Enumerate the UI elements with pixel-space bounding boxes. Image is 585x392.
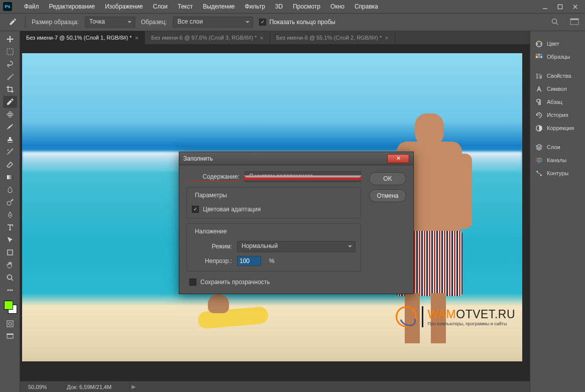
doc-size-status[interactable]: Док: 6,59M/21,4M xyxy=(67,384,111,390)
minimize-button[interactable] xyxy=(538,2,552,12)
menu-text[interactable]: Текст xyxy=(173,1,198,12)
doc-tab-3[interactable]: Без имени-8 @ 55,1% (Слой 2, RGB/8#) *× xyxy=(270,31,395,44)
screenmode-icon[interactable] xyxy=(3,330,17,342)
search-icon[interactable] xyxy=(551,18,559,27)
svg-rect-3 xyxy=(570,19,578,20)
menu-help[interactable]: Справка xyxy=(349,1,383,12)
panel-channels-label: Каналы xyxy=(547,157,566,163)
menu-window[interactable]: Окно xyxy=(325,1,349,12)
menu-filter[interactable]: Фильтр xyxy=(240,1,270,12)
close-icon[interactable]: × xyxy=(260,34,264,42)
history-brush-tool-icon[interactable] xyxy=(3,146,17,158)
swimmer-shape xyxy=(208,294,229,313)
cancel-button[interactable]: Отмена xyxy=(369,189,406,202)
crop-tool-icon[interactable] xyxy=(3,83,17,95)
marquee-tool-icon[interactable] xyxy=(3,46,17,58)
panel-channels[interactable]: Каналы xyxy=(530,154,585,167)
svg-rect-19 xyxy=(7,334,13,335)
menu-select[interactable]: Выделение xyxy=(198,1,240,12)
svg-rect-7 xyxy=(9,111,11,117)
lasso-tool-icon[interactable] xyxy=(3,58,17,70)
zoom-tool-icon[interactable] xyxy=(3,272,17,284)
menu-file[interactable]: Файл xyxy=(19,1,44,12)
panel-color[interactable]: Цвет xyxy=(530,37,585,50)
ok-button[interactable]: OK xyxy=(369,172,406,185)
svg-point-5 xyxy=(7,65,9,66)
svg-rect-28 xyxy=(536,56,538,58)
color-swatches[interactable] xyxy=(3,300,17,314)
dialog-close-button[interactable]: ✕ xyxy=(387,154,409,163)
panel-character[interactable]: Символ xyxy=(530,82,585,95)
doc-tab-1[interactable]: Без имени-7 @ 50,1% (Слой 1, RGB/8#) *× xyxy=(20,31,145,44)
gradient-tool-icon[interactable] xyxy=(3,171,17,183)
panel-properties[interactable]: Свойства xyxy=(530,69,585,82)
sample-layers-dropdown[interactable]: Все слои xyxy=(173,17,253,28)
overlay-fieldset: Наложение Режим: Нормальный Непрозр.: % xyxy=(186,223,361,272)
color-adapt-checkbox[interactable] xyxy=(192,206,199,213)
zoom-status[interactable]: 50,09% xyxy=(28,384,47,390)
watermark-brand-2: OTVET xyxy=(456,308,495,321)
content-dropdown[interactable]: С учетом содержимого xyxy=(245,171,361,182)
doc-tab-1-label: Без имени-7 @ 50,1% (Слой 1, RGB/8#) * xyxy=(26,35,132,41)
stamp-tool-icon[interactable] xyxy=(3,134,17,146)
panel-paths-label: Контуры xyxy=(547,170,568,176)
svg-point-13 xyxy=(7,290,9,291)
healing-tool-icon[interactable] xyxy=(3,108,17,120)
preserve-transparency-checkbox[interactable] xyxy=(189,279,196,286)
panel-adjustments-label: Коррекция xyxy=(547,125,574,131)
svg-point-24 xyxy=(536,43,538,45)
overlay-legend: Наложение xyxy=(193,228,229,235)
menu-view[interactable]: Просмотр xyxy=(288,1,325,12)
tool-preset-icon[interactable] xyxy=(6,16,19,29)
menu-edit[interactable]: Редактирование xyxy=(44,1,100,12)
watermark-brand-3: .RU xyxy=(495,308,515,321)
fill-dialog: Заполнить ✕ Содержание: С учетом содержи… xyxy=(179,152,414,294)
shape-tool-icon[interactable] xyxy=(3,246,17,258)
doc-tab-3-label: Без имени-8 @ 55,1% (Слой 2, RGB/8#) * xyxy=(276,35,382,41)
menu-image[interactable]: Изображение xyxy=(100,1,148,12)
sample-size-dropdown[interactable]: Точка xyxy=(85,17,135,28)
panel-history[interactable]: История xyxy=(530,108,585,121)
opacity-label: Непрозр.: xyxy=(192,257,232,265)
blur-tool-icon[interactable] xyxy=(3,184,17,196)
panel-paragraph[interactable]: Абзац xyxy=(530,95,585,108)
eraser-tool-icon[interactable] xyxy=(3,159,17,171)
close-icon[interactable]: × xyxy=(135,34,139,42)
move-tool-icon[interactable] xyxy=(3,33,17,45)
panel-adjustments[interactable]: Коррекция xyxy=(530,121,585,135)
svg-point-23 xyxy=(538,45,540,46)
dodge-tool-icon[interactable] xyxy=(3,196,17,208)
pen-tool-icon[interactable] xyxy=(3,209,17,221)
sample-label: Образец: xyxy=(141,19,167,26)
edit-toolbar-icon[interactable] xyxy=(3,284,17,296)
quickmask-icon[interactable] xyxy=(3,318,17,330)
panel-paths[interactable]: Контуры xyxy=(530,167,585,180)
arrange-docs-icon[interactable] xyxy=(570,18,579,27)
panel-swatches[interactable]: Образцы xyxy=(530,50,585,63)
close-icon[interactable]: × xyxy=(385,34,389,42)
brush-tool-icon[interactable] xyxy=(3,121,17,133)
right-panels: Цвет Образцы Свойства Символ Абзац Истор… xyxy=(530,31,585,392)
dialog-titlebar[interactable]: Заполнить ✕ xyxy=(179,152,413,165)
svg-rect-32 xyxy=(539,75,542,76)
panel-history-label: История xyxy=(547,112,568,118)
show-ring-checkbox[interactable] xyxy=(259,19,266,26)
menu-3d[interactable]: 3D xyxy=(270,1,288,12)
eyedropper-tool-icon[interactable] xyxy=(3,96,17,108)
path-select-tool-icon[interactable] xyxy=(3,234,17,246)
color-adapt-label: Цветовая адаптация xyxy=(203,206,261,213)
panel-layers[interactable]: Слои xyxy=(530,141,585,154)
hand-tool-icon[interactable] xyxy=(3,259,17,271)
maximize-button[interactable] xyxy=(553,2,567,12)
menu-layers[interactable]: Слои xyxy=(148,1,173,12)
type-tool-icon[interactable] xyxy=(3,221,17,233)
doc-tab-2[interactable]: Без имени-6 @ 97,6% (Слой 3, RGB/8#) *× xyxy=(145,31,270,44)
svg-point-15 xyxy=(11,290,13,291)
close-button[interactable] xyxy=(568,2,582,12)
svg-rect-30 xyxy=(540,56,542,58)
mode-dropdown[interactable]: Нормальный xyxy=(237,241,356,252)
svg-rect-0 xyxy=(558,5,562,9)
document-tabs: Без имени-7 @ 50,1% (Слой 1, RGB/8#) *× … xyxy=(20,31,530,44)
opacity-input[interactable] xyxy=(237,256,261,266)
magic-wand-tool-icon[interactable] xyxy=(3,71,17,83)
